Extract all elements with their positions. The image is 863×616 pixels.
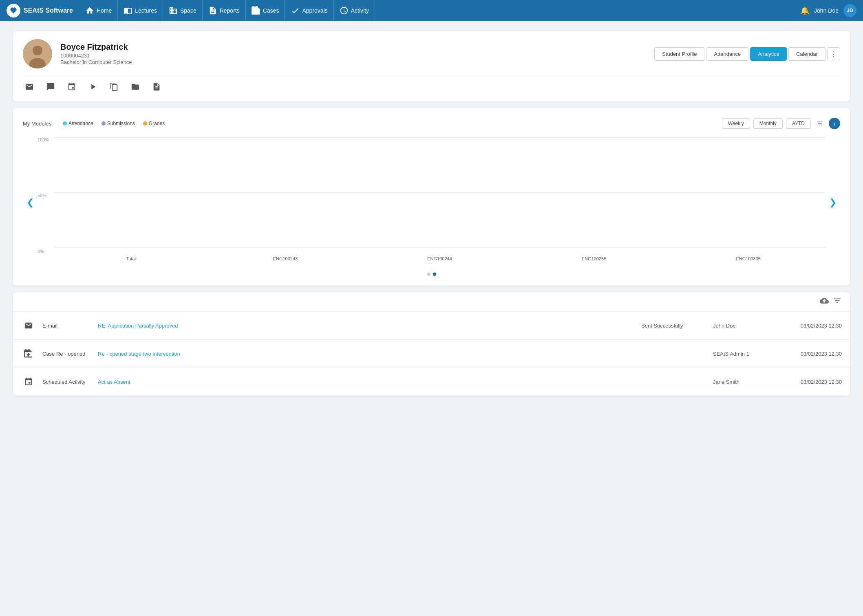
activity-row-case: Case Re - opened Re - opened stage two i… — [13, 339, 850, 367]
activity-user-email: John Doe — [713, 323, 778, 329]
main-content: Boyce Fitzpatrick 1000004231 Bachelor in… — [0, 21, 863, 405]
case-icon — [21, 346, 36, 361]
nav-home-label: Home — [97, 7, 112, 14]
chat-action-icon[interactable] — [44, 80, 57, 93]
brand-label: SEAtS Software — [24, 7, 73, 14]
activity-row-email: E-mail RE: Application Partially Approve… — [13, 311, 850, 339]
activity-row-scheduled: Scheduled Activity Act as Absent Jane Sm… — [13, 367, 850, 396]
activity-user-scheduled: Jane Smith — [713, 379, 778, 385]
nav-right: 🔔 John Doe JD — [800, 4, 856, 17]
nav-lectures-label: Lectures — [135, 7, 157, 14]
btn-monthly[interactable]: Monthly — [753, 118, 783, 129]
email-action-icon[interactable] — [23, 80, 36, 93]
submissions-dot — [102, 121, 106, 125]
chart-prev-button[interactable]: ❮ — [23, 195, 38, 210]
chart-plot — [54, 137, 825, 247]
export-action-icon[interactable] — [150, 80, 163, 93]
nav-approvals-label: Approvals — [302, 7, 327, 14]
profile-tabs: Student Profile Attendance Analytics Cal… — [654, 47, 840, 61]
activity-link-email[interactable]: RE: Application Partially Approved — [98, 323, 635, 329]
activity-status-email: Sent Successfully — [641, 323, 706, 329]
nav-cases[interactable]: Cases — [246, 0, 285, 21]
btn-weekly[interactable]: Weekly — [722, 118, 750, 129]
cloud-upload-icon[interactable] — [820, 296, 829, 307]
chart-info-icon[interactable]: i — [829, 118, 840, 129]
chart-filter-icon[interactable] — [814, 118, 825, 129]
attendance-dot — [63, 121, 67, 125]
nav-activity-label: Activity — [351, 7, 369, 14]
profile-actions — [23, 75, 840, 93]
nav-activity[interactable]: Activity — [334, 0, 375, 21]
folder-action-icon[interactable] — [129, 80, 142, 93]
nav-cases-label: Cases — [263, 7, 279, 14]
tab-attendance[interactable]: Attendance — [706, 47, 748, 61]
chart-next-button[interactable]: ❯ — [825, 195, 840, 210]
chart-pagination-dots — [23, 273, 840, 276]
notification-bell[interactable]: 🔔 — [800, 6, 809, 15]
legend-grades: Grades — [143, 121, 165, 126]
transfer-action-icon[interactable] — [86, 80, 99, 93]
activity-user-case: SEAtS Admin 1 — [713, 351, 778, 357]
chart-title: My Modules — [23, 121, 51, 127]
chart-x-labels: Total ENG100243 ENG100244 ENG100255 ENG1… — [54, 256, 825, 261]
legend-attendance-label: Attendance — [68, 121, 93, 126]
activity-type-scheduled: Scheduled Activity — [42, 379, 91, 385]
legend-submissions: Submissions — [102, 121, 135, 126]
nav-home[interactable]: Home — [79, 0, 118, 21]
activity-date-email: 03/02/2023 12:30 — [785, 323, 842, 329]
more-options-button[interactable]: ⋮ — [827, 47, 840, 60]
nav-lectures[interactable]: Lectures — [118, 0, 163, 21]
chart-dot-2[interactable] — [433, 273, 436, 276]
activity-type-email: E-mail — [42, 323, 91, 329]
profile-card: Boyce Fitzpatrick 1000004231 Bachelor in… — [13, 31, 850, 101]
chart-controls: Weekly Monthly AYTD i — [722, 118, 840, 129]
user-avatar[interactable]: JD — [843, 4, 856, 17]
legend-submissions-label: Submissions — [107, 121, 135, 126]
profile-degree: Bachelor in Computer Science — [60, 59, 646, 65]
tab-analytics[interactable]: Analytics — [750, 47, 787, 61]
btn-aytd[interactable]: AYTD — [786, 118, 811, 129]
activity-date-case: 03/02/2023 12:30 — [785, 351, 842, 357]
nav-space[interactable]: Space — [163, 0, 203, 21]
svg-point-2 — [33, 46, 42, 55]
copy-action-icon[interactable] — [108, 80, 121, 93]
analytics-card: My Modules Attendance Submissions Grades… — [13, 108, 850, 286]
chart-dot-1[interactable] — [427, 273, 430, 276]
logo — [7, 4, 20, 18]
legend-grades-label: Grades — [149, 121, 165, 126]
profile-info: Boyce Fitzpatrick 1000004231 Bachelor in… — [60, 42, 646, 65]
grades-dot — [143, 121, 147, 125]
x-label-eng100255: ENG100255 — [517, 256, 671, 261]
scheduled-activity-icon — [21, 374, 36, 389]
activity-link-case[interactable]: Re - opened stage two intervention — [98, 351, 635, 357]
chart-legend: My Modules Attendance Submissions Grades — [23, 121, 165, 127]
x-label-total: Total — [54, 256, 208, 261]
tab-student-profile[interactable]: Student Profile — [654, 47, 704, 61]
nav-approvals[interactable]: Approvals — [285, 0, 333, 21]
navbar: SEAtS Software Home Lectures Space Repor… — [0, 0, 863, 21]
activity-card: E-mail RE: Application Partially Approve… — [13, 292, 850, 396]
chart-header: My Modules Attendance Submissions Grades… — [23, 118, 840, 129]
profile-id: 1000004231 — [60, 53, 646, 59]
nav-reports[interactable]: Reports — [203, 0, 246, 21]
avatar — [23, 39, 52, 68]
x-label-eng100244: ENG100244 — [362, 256, 517, 261]
tab-calendar[interactable]: Calendar — [788, 47, 825, 61]
calendar-action-icon[interactable] — [65, 80, 78, 93]
nav-reports-label: Reports — [220, 7, 240, 14]
brand[interactable]: SEAtS Software — [7, 4, 73, 18]
profile-top: Boyce Fitzpatrick 1000004231 Bachelor in… — [23, 39, 840, 68]
user-name: John Doe — [814, 7, 839, 14]
profile-name: Boyce Fitzpatrick — [60, 42, 646, 52]
activity-type-case: Case Re - opened — [42, 351, 91, 357]
activity-filter-icon[interactable] — [833, 296, 842, 307]
chart-container: 100% 50% 0% — [38, 137, 825, 268]
x-label-eng100305: ENG100305 — [671, 256, 825, 261]
activity-link-scheduled[interactable]: Act as Absent — [98, 379, 635, 385]
chart-y-axis: 100% 50% 0% — [38, 137, 52, 255]
activity-date-scheduled: 03/02/2023 12:30 — [785, 379, 842, 385]
y-label-100: 100% — [38, 137, 52, 142]
email-icon — [21, 318, 36, 333]
y-label-50: 50% — [38, 193, 52, 198]
nav-space-label: Space — [180, 7, 196, 14]
